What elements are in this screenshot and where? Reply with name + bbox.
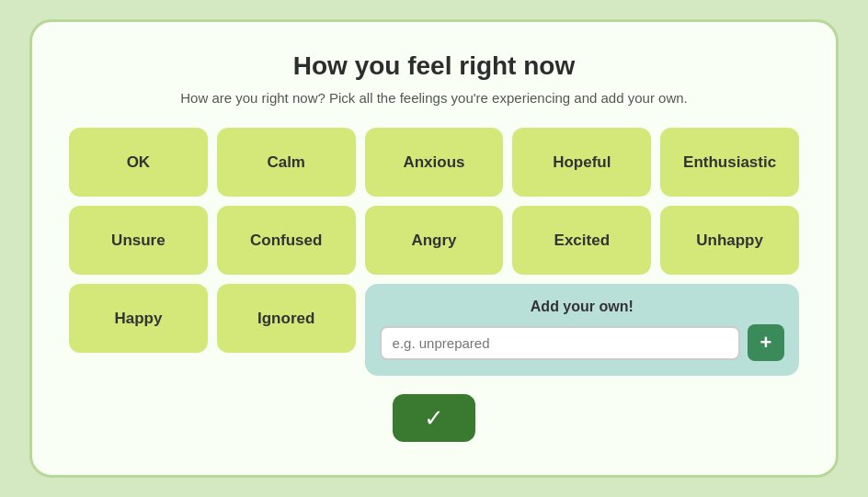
add-own-input[interactable] xyxy=(380,326,740,360)
feeling-ok[interactable]: OK xyxy=(69,128,208,197)
feeling-unhappy[interactable]: Unhappy xyxy=(660,206,799,275)
add-own-label: Add your own! xyxy=(380,299,784,315)
feelings-row-1: OK Calm Anxious Hopeful Enthusiastic xyxy=(69,128,799,197)
page-title: How you feel right now xyxy=(69,51,799,81)
add-own-input-row: + xyxy=(380,324,784,361)
plus-icon: + xyxy=(760,333,772,353)
feelings-row-3: Happy Ignored Add your own! + xyxy=(69,284,799,376)
page-subtitle: How are you right now? Pick all the feel… xyxy=(69,90,799,106)
feeling-hopeful[interactable]: Hopeful xyxy=(512,128,651,197)
feeling-enthusiastic[interactable]: Enthusiastic xyxy=(660,128,799,197)
feelings-row-2: Unsure Confused Angry Excited Unhappy xyxy=(69,206,799,275)
confirm-row: ✓ xyxy=(69,394,799,442)
feeling-excited[interactable]: Excited xyxy=(512,206,651,275)
main-card: How you feel right now How are you right… xyxy=(29,19,839,478)
feeling-angry[interactable]: Angry xyxy=(365,206,504,275)
checkmark-icon: ✓ xyxy=(424,404,444,433)
feeling-happy[interactable]: Happy xyxy=(69,284,208,353)
feeling-unsure[interactable]: Unsure xyxy=(69,206,208,275)
confirm-button[interactable]: ✓ xyxy=(393,394,475,442)
feeling-confused[interactable]: Confused xyxy=(217,206,356,275)
feeling-anxious[interactable]: Anxious xyxy=(365,128,504,197)
feeling-ignored[interactable]: Ignored xyxy=(217,284,356,353)
add-own-button[interactable]: + xyxy=(748,324,784,361)
add-own-panel: Add your own! + xyxy=(365,284,799,376)
feeling-calm[interactable]: Calm xyxy=(217,128,356,197)
